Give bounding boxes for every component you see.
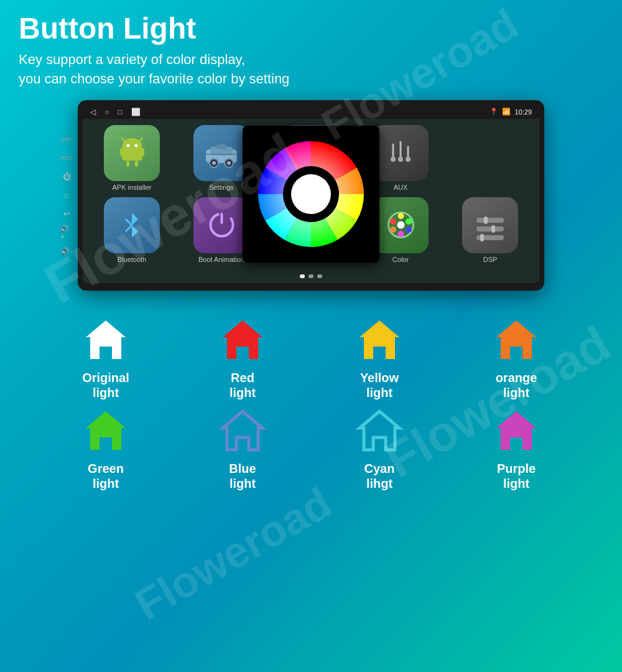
- orange-light-house-icon: [491, 315, 541, 365]
- svg-point-37: [397, 231, 404, 237]
- clock: 10:29: [514, 108, 532, 116]
- signal-icon: 📶: [502, 108, 511, 116]
- svg-point-48: [291, 174, 331, 214]
- page-dots: [83, 269, 539, 283]
- svg-point-35: [406, 218, 412, 225]
- recent-nav-icon[interactable]: □: [118, 108, 122, 116]
- mic-label: MIC: [60, 133, 73, 146]
- svg-point-15: [227, 161, 231, 165]
- svg-point-22: [398, 157, 403, 162]
- original-light-house-icon: [81, 315, 131, 365]
- page-title: Button Light: [19, 11, 603, 45]
- svg-marker-54: [223, 411, 262, 450]
- menu-nav-icon[interactable]: ⬜: [131, 108, 141, 116]
- yellow-light-label: Yellowlight: [360, 370, 399, 400]
- svg-rect-7: [141, 148, 144, 156]
- svg-line-4: [139, 138, 142, 141]
- app-bluetooth[interactable]: Bluetooth: [90, 197, 174, 263]
- android-svg-icon: [115, 136, 149, 170]
- dsp-label: DSP: [483, 256, 498, 263]
- svg-marker-52: [496, 320, 536, 359]
- svg-rect-45: [480, 234, 484, 241]
- aux-icon-bg: [373, 125, 429, 181]
- cyan-light-house-icon: [355, 406, 404, 456]
- color-wheel-overlay[interactable]: [243, 126, 379, 263]
- nav-buttons: ◁ ○ □ ⬜: [90, 108, 141, 116]
- bluetooth-svg-icon: [119, 208, 144, 242]
- svg-point-36: [406, 226, 412, 233]
- svg-point-33: [390, 218, 396, 225]
- app-empty-1: [448, 125, 532, 191]
- svg-point-38: [390, 226, 396, 233]
- boot-animation-label: Boot Animation: [198, 256, 244, 263]
- svg-point-2: [134, 144, 137, 147]
- svg-marker-53: [86, 411, 126, 450]
- app-apk-installer[interactable]: APK installer: [90, 125, 174, 191]
- vol-up-button[interactable]: 🔊+: [60, 226, 73, 239]
- svg-rect-42: [476, 226, 504, 231]
- svg-line-3: [122, 138, 125, 141]
- power-svg-icon: [205, 208, 239, 242]
- color-icon-bg: [373, 197, 429, 253]
- page-dot-2[interactable]: [309, 274, 313, 278]
- dsp-icon-bg: [462, 197, 518, 253]
- svg-marker-56: [496, 411, 536, 450]
- home-nav-icon[interactable]: ○: [104, 108, 109, 116]
- device-screen: ◁ ○ □ ⬜ 📍 📶 10:29: [83, 105, 539, 283]
- blue-light-label: Bluelight: [229, 461, 256, 491]
- rst-button[interactable]: RST: [60, 152, 73, 164]
- location-icon: 📍: [490, 108, 498, 116]
- color-options-row2: Greenlight Bluelight Cyanlihgt Purplelig…: [19, 406, 603, 497]
- color-option-orange[interactable]: orangelight: [454, 315, 578, 400]
- svg-rect-9: [135, 161, 138, 167]
- red-light-label: Redlight: [230, 370, 256, 400]
- color-option-yellow[interactable]: Yellowlight: [317, 315, 442, 400]
- svg-point-39: [397, 222, 404, 229]
- svg-rect-40: [476, 218, 504, 223]
- green-light-house-icon: [81, 406, 131, 456]
- settings-label: Settings: [209, 184, 234, 191]
- power-button[interactable]: ⏻: [60, 170, 73, 183]
- dsp-svg-icon: [471, 208, 509, 242]
- vol-down-button[interactable]: 🔊-: [60, 245, 73, 258]
- original-light-label: Originallight: [82, 370, 129, 400]
- svg-marker-55: [360, 411, 399, 450]
- page-dot-3[interactable]: [317, 274, 322, 278]
- status-indicators: 📍 📶 10:29: [490, 108, 532, 116]
- back-button[interactable]: ↩: [60, 208, 73, 220]
- device-side-buttons: MIC RST ⏻ ⌂ ↩ 🔊+ 🔊-: [60, 133, 73, 258]
- svg-rect-8: [126, 161, 129, 167]
- app-dsp[interactable]: DSP: [448, 197, 532, 263]
- svg-point-21: [391, 157, 396, 162]
- purple-light-house-icon: [491, 406, 541, 456]
- red-light-house-icon: [218, 315, 267, 365]
- color-option-original[interactable]: Originallight: [44, 315, 168, 400]
- orange-light-label: orangelight: [496, 370, 537, 400]
- color-option-cyan[interactable]: Cyanlihgt: [317, 406, 442, 491]
- cyan-light-label: Cyanlihgt: [364, 461, 395, 491]
- svg-rect-43: [491, 225, 495, 233]
- page-dot-1[interactable]: [300, 274, 305, 278]
- svg-marker-50: [223, 320, 262, 359]
- color-option-red[interactable]: Redlight: [180, 315, 305, 400]
- device-wrapper: MIC RST ⏻ ⌂ ↩ 🔊+ 🔊- ◁ ○ □ ⬜: [19, 100, 603, 291]
- car-svg-icon: [203, 136, 240, 170]
- color-option-green[interactable]: Greenlight: [44, 406, 168, 491]
- color-option-blue[interactable]: Bluelight: [180, 406, 305, 491]
- car-stereo-device: ◁ ○ □ ⬜ 📍 📶 10:29: [78, 100, 544, 291]
- color-option-purple[interactable]: Purplelight: [454, 406, 578, 491]
- back-nav-icon[interactable]: ◁: [90, 108, 96, 116]
- color-options-row1: Originallight Redlight Yellowlight orang…: [19, 309, 603, 406]
- bluetooth-icon-bg: [104, 197, 160, 253]
- settings-icon-bg: [193, 125, 249, 181]
- blue-light-house-icon: [218, 406, 267, 456]
- aux-svg-icon: [384, 136, 418, 170]
- home-button[interactable]: ⌂: [60, 189, 73, 202]
- color-label: Color: [392, 256, 409, 263]
- bluetooth-label: Bluetooth: [118, 256, 146, 263]
- yellow-light-house-icon: [355, 315, 404, 365]
- svg-marker-51: [360, 320, 399, 359]
- svg-line-24: [126, 219, 132, 225]
- svg-line-25: [126, 225, 132, 231]
- apk-installer-label: APK installer: [113, 184, 152, 191]
